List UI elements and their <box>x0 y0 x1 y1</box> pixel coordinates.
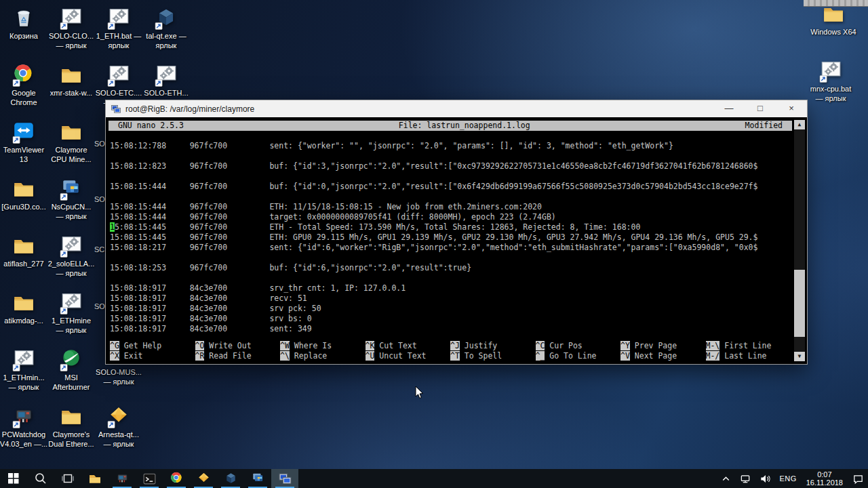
clock-time: 0:07 <box>806 470 843 479</box>
taskbar-pcwatchdog-app[interactable] <box>108 469 136 488</box>
desktop-icon-label: PCWatchdogV4.03_en —... <box>0 430 47 449</box>
desktop-icon-folder[interactable]: Claymore'sDual Ethere... <box>47 405 95 449</box>
desktop-icon-msi[interactable]: MSIAfterburner <box>47 348 95 392</box>
desktop-icon-gear[interactable]: 1_ETHmine— ярлык <box>47 291 95 335</box>
notification-center-icon[interactable] <box>848 469 868 488</box>
desktop-icon-gear[interactable]: SOLO-CLO...— ярлык <box>47 7 95 50</box>
desktop-icon-label: ClaymoreCPU Mine... <box>51 145 91 164</box>
desktop-icon-recycle[interactable]: Корзина <box>0 7 47 41</box>
desktop-icon-label: xmr-stak-w... <box>50 88 92 98</box>
folder-icon <box>60 64 83 87</box>
gear-icon <box>107 64 130 87</box>
close-button[interactable]: × <box>776 100 807 117</box>
occluded-icon-label-fragment: SO <box>94 302 105 310</box>
tray-chevron-up-icon[interactable] <box>716 469 736 488</box>
desktop-icon-teamviewer[interactable]: TeamViewer13 <box>0 121 47 164</box>
log-line: 15:08:18:253 967fc700 buf: {"id":6,"json… <box>110 263 791 273</box>
desktop-icon-label: tal-qt.exe —ярлык <box>146 31 186 50</box>
scroll-up-arrow-icon[interactable]: ▲ <box>794 120 805 129</box>
system-tray: ENG 0:07 16.11.2018 <box>716 469 868 488</box>
desktop-icon-label: atikmdag-... <box>4 316 43 325</box>
desktop-icon-label: 1_ETHmin...— ярлык <box>3 373 44 392</box>
desktop-icon-nscpu[interactable]: NsCpuCN...— ярлык <box>47 178 95 221</box>
folder-icon <box>12 235 35 258</box>
language-indicator[interactable]: ENG <box>775 469 800 488</box>
teamviewer-icon <box>12 121 35 144</box>
nano-shortcut: ^J Justify <box>450 341 536 351</box>
putty-icon <box>111 104 121 115</box>
log-line <box>110 131 791 141</box>
log-line <box>110 171 791 182</box>
log-line <box>110 151 791 161</box>
desktop-icon-pcwatchdog[interactable]: PCWatchdogV4.03_en —... <box>0 405 47 449</box>
taskbar-tal-qt[interactable] <box>217 469 244 488</box>
desktop-icon-folder[interactable]: Windows X64 <box>810 3 857 37</box>
nano-filename: File: lastrun_noappend.1.log <box>184 121 745 131</box>
nano-shortcut-key: ^_ <box>536 351 545 361</box>
terminal-scrollbar[interactable]: ▲ ▼ <box>794 120 805 361</box>
nano-cursor: 1 <box>110 222 115 232</box>
gear-icon <box>60 7 83 30</box>
desktop-icon-label: atiflash_277 <box>3 259 43 268</box>
desktop-icon-gear[interactable]: mnx-cpu.bat— ярлык <box>807 60 854 103</box>
arnesta-icon <box>107 405 130 428</box>
start-button[interactable] <box>0 469 27 488</box>
terminal-screen[interactable]: GNU nano 2.5.3 File: lastrun_noappend.1.… <box>106 117 807 364</box>
nano-shortcut: M-/ Last Line <box>706 351 791 361</box>
recycle-icon <box>12 7 35 30</box>
desktop-icon-gear[interactable]: 1_ETHmin...— ярлык <box>0 348 47 392</box>
terminal-title-bar[interactable]: root@RigB: /var/log/miner/claymore — □ × <box>106 100 807 117</box>
desktop-icon-label: 1_ETHmine— ярлык <box>52 316 91 335</box>
nano-shortcut: ^U Uncut Text <box>366 351 451 361</box>
desktop-icon-chrome[interactable]: GoogleChrome <box>0 64 47 107</box>
gear-icon <box>60 235 83 258</box>
search-button[interactable] <box>27 469 54 488</box>
nano-shortcut: ^_ Go To Line <box>536 351 621 361</box>
log-line: 15:08:18:217 967fc700 sent: {"id":6,"wor… <box>110 243 791 253</box>
desktop-icon-gear[interactable]: 2_soloELLA...— ярлык <box>47 235 95 278</box>
taskbar-arnesta-qt[interactable] <box>190 469 217 488</box>
desktop-icon-folder[interactable]: ClaymoreCPU Mine... <box>47 121 95 164</box>
desktop-icon-label: SOLO-MUS...— ярлык <box>96 367 142 386</box>
nano-shortcut: ^X Exit <box>110 351 195 361</box>
folder-icon <box>12 291 35 314</box>
desktop-icon-label: 1_ETH.bat —ярлык <box>96 31 142 50</box>
taskbar-putty[interactable] <box>271 469 298 488</box>
file-explorer-button[interactable] <box>81 469 108 488</box>
desktop-icon-label: Корзина <box>9 31 38 41</box>
scrollbar-thumb[interactable] <box>794 270 805 338</box>
taskbar-chrome[interactable] <box>163 469 190 488</box>
task-view-button[interactable] <box>54 469 81 488</box>
nano-shortcut-key: ^O <box>195 341 205 350</box>
desktop-icon-cube[interactable]: tal-qt.exe —ярлык <box>142 7 190 50</box>
speaker-icon[interactable] <box>755 469 775 488</box>
desktop-icon-folder[interactable]: [Guru3D.co... <box>0 178 47 211</box>
desktop-icon-gear[interactable]: 1_ETH.bat —ярлык <box>95 7 142 50</box>
nano-shortcut-key: M-\ <box>706 341 720 350</box>
nano-shortcut-key: ^G <box>110 341 119 350</box>
taskbar-nscpu-miner[interactable] <box>244 469 271 488</box>
desktop-icon-folder[interactable]: xmr-stak-w... <box>47 64 95 98</box>
occluded-icon-label-fragment: SO <box>94 195 105 203</box>
network-icon[interactable] <box>736 469 755 488</box>
scroll-down-arrow-icon[interactable]: ▼ <box>794 352 805 361</box>
mouse-cursor-icon <box>415 386 425 400</box>
nano-shortcut-key: ^U <box>366 351 375 361</box>
chrome-icon <box>12 64 35 87</box>
minimize-button[interactable]: — <box>713 100 745 117</box>
nano-shortcut: ^R Read File <box>195 351 281 361</box>
log-line: 15:08:18:917 84c3e700 srv_thr cnt: 1, IP… <box>110 283 791 293</box>
log-line: 15:08:18:917 84c3e700 recv: 51 <box>110 293 791 304</box>
nano-shortcut-bar: ^G Get Help^O Write Out^W Where Is^K Cut… <box>110 341 791 361</box>
taskbar-command-prompt[interactable] <box>136 469 163 488</box>
clock-date: 16.11.2018 <box>806 479 843 487</box>
desktop-icon-arnesta[interactable]: Arnesta-qt...— ярлык <box>95 405 142 449</box>
maximize-button[interactable]: □ <box>745 100 776 117</box>
occluded-icon-label-fragment: SC <box>94 245 104 253</box>
nano-shortcut: ^\ Replace <box>280 351 366 361</box>
log-line: 15:08:18:917 84c3e700 srv bs: 0 <box>110 314 791 324</box>
nano-shortcut: ^C Cur Pos <box>536 341 621 351</box>
taskbar-clock[interactable]: 0:07 16.11.2018 <box>801 470 848 487</box>
desktop-icon-folder[interactable]: atikmdag-... <box>0 291 47 325</box>
desktop-icon-folder[interactable]: atiflash_277 <box>0 235 47 268</box>
